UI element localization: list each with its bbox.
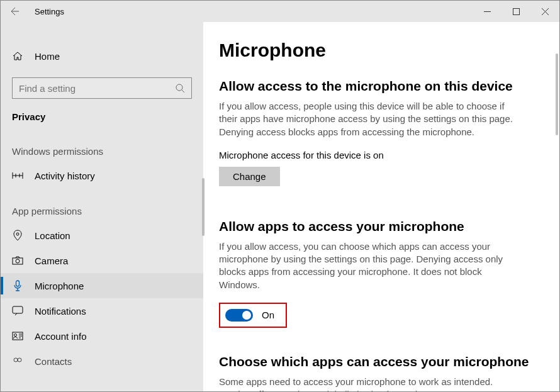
sidebar-item-camera[interactable]: Camera — [1, 248, 203, 273]
sidebar-item-notifications[interactable]: Notifications — [1, 298, 203, 323]
account-info-icon — [12, 332, 23, 340]
svg-point-9 — [14, 358, 18, 362]
sidebar-item-account-info[interactable]: Account info — [1, 323, 203, 349]
sidebar-item-label: Camera — [35, 255, 68, 266]
contacts-icon — [12, 357, 23, 366]
sidebar-item-microphone[interactable]: Microphone — [1, 273, 203, 298]
window-title: Settings — [35, 7, 64, 16]
search-icon[interactable] — [175, 83, 185, 93]
sidebar-item-label: Notifications — [35, 306, 86, 316]
titlebar: Settings — [1, 1, 559, 22]
toggle-label: On — [262, 310, 274, 320]
sidebar-item-home[interactable]: Home — [1, 43, 203, 69]
camera-icon — [12, 256, 23, 265]
sidebar-item-label: Activity history — [35, 171, 95, 181]
sidebar-category-label: Privacy — [1, 99, 203, 128]
sidebar-item-label: Contacts — [35, 356, 72, 367]
change-button[interactable]: Change — [219, 167, 280, 186]
sidebar-item-activity-history[interactable]: Activity history — [1, 163, 203, 188]
svg-point-8 — [14, 334, 17, 337]
location-icon — [12, 230, 23, 241]
search-input[interactable] — [19, 83, 175, 94]
back-icon[interactable] — [8, 4, 22, 18]
sidebar-search — [12, 77, 192, 99]
main-content: Microphone Allow access to the microphon… — [203, 22, 559, 391]
sidebar-item-label: Location — [35, 230, 70, 241]
maximize-button[interactable] — [501, 1, 530, 22]
sidebar-item-label: Microphone — [35, 281, 84, 291]
sidebar-item-contacts[interactable]: Contacts — [1, 349, 203, 374]
svg-point-4 — [16, 259, 20, 263]
sidebar-section-app-permissions: App permissions — [1, 188, 203, 223]
svg-rect-5 — [16, 281, 20, 286]
section-desc-choose-apps: Some apps need to access your microphone… — [219, 376, 521, 391]
page-title: Microphone — [219, 40, 534, 61]
section-desc-device-access: If you allow access, people using this d… — [219, 100, 521, 138]
device-access-status: Microphone access for this device is on — [219, 150, 534, 160]
svg-rect-6 — [13, 306, 23, 313]
microphone-icon — [12, 280, 23, 291]
sidebar: Home Privacy Windows permissions Activit… — [1, 22, 203, 391]
svg-point-1 — [176, 84, 182, 91]
section-title-app-access: Allow apps to access your microphone — [219, 219, 534, 234]
main-scrollbar[interactable] — [556, 53, 558, 135]
sidebar-item-label: Account info — [35, 331, 87, 342]
minimize-button[interactable] — [473, 1, 501, 22]
section-title-device-access: Allow access to the microphone on this d… — [219, 79, 534, 94]
settings-window: Settings Home — [0, 0, 560, 392]
section-desc-app-access: If you allow access, you can choose whic… — [219, 240, 521, 291]
sidebar-item-location[interactable]: Location — [1, 223, 203, 248]
svg-point-2 — [16, 233, 19, 235]
svg-rect-0 — [513, 8, 519, 14]
svg-point-10 — [18, 358, 21, 362]
section-title-choose-apps: Choose which apps can access your microp… — [219, 354, 534, 369]
activity-history-icon — [12, 172, 23, 179]
sidebar-item-label: Home — [35, 51, 60, 62]
sidebar-section-windows-permissions: Windows permissions — [1, 128, 203, 163]
home-icon — [12, 50, 23, 62]
highlight-annotation: On — [219, 303, 287, 328]
app-access-toggle[interactable] — [225, 309, 253, 322]
notifications-icon — [12, 306, 23, 316]
close-button[interactable] — [530, 1, 559, 22]
